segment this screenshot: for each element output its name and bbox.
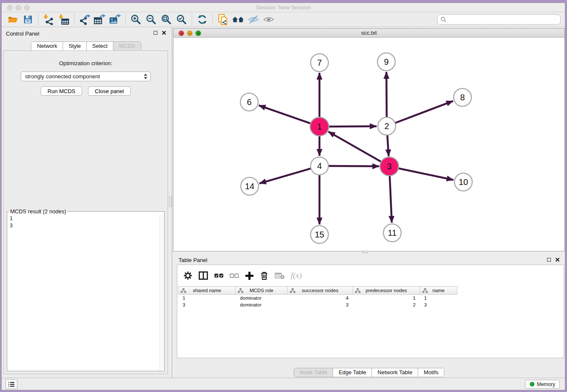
table-row[interactable]: 3dominator323	[179, 301, 457, 308]
vertical-splitter-handle[interactable]	[169, 196, 172, 207]
graph-edge-4-3[interactable]	[328, 166, 379, 166]
network-view-window: scc.txt 1234678910111415	[173, 28, 565, 251]
table-cell[interactable]: 4	[287, 295, 352, 301]
network-window-titlebar[interactable]: scc.txt	[173, 29, 564, 38]
add-column-icon[interactable]	[245, 271, 254, 280]
table-cell[interactable]: 3	[287, 301, 352, 308]
first-neighbors-icon[interactable]	[231, 13, 245, 26]
node-table: shared nameMCDS rolesuccessor nodesprede…	[178, 286, 457, 308]
deselect-all-rows-icon[interactable]	[230, 273, 239, 279]
table-cell[interactable]: 3	[179, 301, 236, 308]
search-icon	[440, 17, 446, 22]
column-header-successor-nodes[interactable]: successor nodes	[287, 287, 352, 295]
mcds-pane: Optimization criterion: strongly connect…	[3, 50, 168, 374]
table-cell[interactable]: 3	[420, 301, 457, 308]
zoom-selected-icon[interactable]	[175, 13, 188, 26]
graph-node-label-10: 10	[459, 177, 468, 187]
mcds-result-box: MCDS result (2 nodes) 1 3	[7, 208, 165, 371]
zoom-out-icon[interactable]	[144, 13, 158, 26]
table-tab-network-table[interactable]: Network Table	[372, 368, 418, 377]
export-table-icon[interactable]	[93, 13, 107, 26]
memory-button[interactable]: Memory	[525, 380, 560, 389]
tab-network[interactable]: Network	[31, 42, 63, 50]
tab-mcds[interactable]: MCDS	[113, 42, 140, 50]
control-panel-tabs: NetworkStyleSelectMCDS	[2, 41, 171, 51]
graph-node-label-11: 11	[388, 228, 397, 237]
table-tab-motifs[interactable]: Motifs	[418, 368, 444, 377]
table-cell[interactable]: dominator	[236, 301, 287, 308]
toolbar-separator	[38, 14, 39, 25]
result-scrollbar[interactable]	[159, 215, 164, 370]
toolbar-separator	[125, 14, 126, 25]
table-panel-float-icon[interactable]	[547, 258, 551, 262]
zoom-in-icon[interactable]	[129, 13, 143, 26]
table-panel-title: Table Panel	[179, 257, 207, 263]
table-tab-node-table[interactable]: Node Table	[294, 368, 333, 377]
delete-column-icon[interactable]	[260, 271, 269, 280]
function-builder-icon: f(x)	[291, 271, 302, 280]
open-session-icon[interactable]	[6, 13, 19, 26]
hierarchy-icon	[355, 288, 361, 293]
run-mcds-button[interactable]: Run MCDS	[41, 86, 82, 96]
graph-edge-4-14[interactable]	[259, 168, 312, 183]
network-window-title: scc.txt	[173, 30, 564, 36]
column-header-name[interactable]: name	[420, 287, 457, 295]
tab-style[interactable]: Style	[63, 42, 86, 50]
export-image-icon[interactable]	[108, 13, 122, 26]
graph-node-label-9: 9	[384, 57, 388, 66]
status-bar: Memory	[2, 378, 565, 390]
status-menu-button[interactable]	[6, 379, 17, 389]
graph-edge-3-11[interactable]	[390, 174, 392, 223]
graph-edge-3-1[interactable]	[328, 132, 383, 163]
export-network-icon[interactable]	[78, 13, 91, 26]
column-header-MCDS-role[interactable]: MCDS role	[236, 287, 287, 295]
import-network-icon[interactable]	[42, 13, 55, 26]
column-header-shared-name[interactable]: shared name	[179, 287, 236, 295]
import-table-icon[interactable]	[57, 13, 71, 26]
save-session-icon[interactable]	[21, 13, 35, 26]
graph-edge-1-2[interactable]	[328, 126, 377, 127]
network-canvas[interactable]: 1234678910111415	[173, 38, 564, 251]
graph-edge-3-10[interactable]	[397, 168, 454, 180]
zoom-fit-icon[interactable]	[160, 13, 173, 26]
graph-edge-2-8[interactable]	[394, 101, 453, 124]
table-cell[interactable]: 1	[420, 295, 457, 301]
table-panel-close-icon[interactable]	[555, 257, 560, 262]
graph-edge-2-9[interactable]	[386, 72, 387, 118]
tab-select[interactable]: Select	[86, 42, 113, 50]
close-panel-button[interactable]: Close panel	[88, 86, 131, 96]
select-all-rows-icon[interactable]	[215, 273, 224, 279]
show-all-icon[interactable]	[262, 13, 275, 26]
table-panel-header: Table Panel	[173, 253, 565, 265]
table-cell[interactable]: 2	[353, 301, 420, 308]
table-settings-icon[interactable]	[183, 271, 193, 280]
control-panel: Control Panel NetworkStyleSelectMCDS Opt…	[2, 27, 171, 378]
hierarchy-icon	[422, 288, 428, 293]
optimization-select[interactable]: strongly connected component	[21, 72, 151, 81]
graph-node-label-4: 4	[317, 161, 322, 171]
toolbar-separator	[192, 14, 192, 25]
table-cell[interactable]: 1	[353, 295, 420, 301]
new-network-from-selection-icon[interactable]	[216, 13, 230, 26]
refresh-icon[interactable]	[195, 13, 209, 26]
search-input[interactable]	[437, 14, 561, 25]
graph-edge-2-3[interactable]	[387, 134, 388, 156]
column-visibility-icon[interactable]	[198, 271, 209, 280]
list-icon	[8, 381, 15, 387]
control-panel-close-icon[interactable]	[162, 30, 166, 35]
graph-node-label-14: 14	[245, 182, 254, 191]
search-container	[437, 14, 561, 25]
control-panel-float-icon[interactable]	[154, 31, 157, 35]
graph-node-label-6: 6	[247, 97, 251, 107]
mcds-result-text[interactable]: 1 3	[7, 215, 164, 230]
graph-node-label-15: 15	[315, 230, 324, 239]
graph-node-label-7: 7	[317, 58, 322, 67]
table-cell[interactable]: 1	[179, 295, 236, 301]
table-row[interactable]: 1dominator411	[179, 295, 457, 301]
graph-node-label-1: 1	[317, 122, 322, 131]
graph-edge-1-6[interactable]	[259, 105, 312, 124]
column-header-predecessor-nodes[interactable]: predecessor nodes	[353, 287, 420, 295]
table-tab-edge-table[interactable]: Edge Table	[333, 368, 372, 377]
table-cell[interactable]: dominator	[236, 295, 287, 301]
hide-selected-icon[interactable]	[247, 13, 260, 26]
